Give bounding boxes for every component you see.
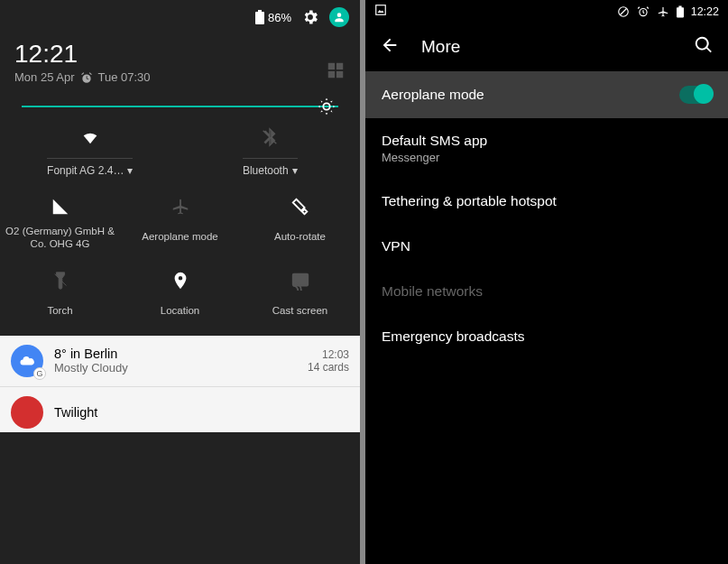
cast-tile[interactable]: Cast screen — [240, 260, 360, 332]
setting-tethering[interactable]: Tethering & portable hotspot — [365, 179, 728, 224]
bluetooth-icon — [260, 122, 280, 153]
wifi-icon — [80, 122, 100, 153]
battery-icon — [677, 5, 684, 18]
quick-tiles-row-2: Torch Location Cast screen — [0, 260, 360, 332]
brightness-thumb-icon[interactable] — [313, 93, 340, 120]
signal-icon — [2, 191, 118, 222]
battery-indicator: 86% — [255, 10, 291, 24]
clock-area: 12:21 Mon 25 Apr Tue 07:30 — [0, 34, 360, 93]
brightness-slider[interactable] — [0, 93, 360, 116]
setting-vpn[interactable]: VPN — [365, 224, 728, 269]
notification-twilight[interactable]: Twilight — [0, 387, 360, 432]
date-row[interactable]: Mon 25 Apr Tue 07:30 — [14, 70, 151, 84]
notification-weather[interactable]: G 8° in Berlin Mostly Cloudy 12:03 14 ca… — [0, 336, 360, 387]
alarm-icon — [80, 71, 93, 84]
toggle-switch[interactable] — [679, 86, 712, 104]
alarm-icon — [637, 5, 650, 18]
cellular-tile[interactable]: O2 (Germany) GmbH & Co. OHG 4G — [0, 186, 120, 260]
svg-rect-2 — [328, 71, 335, 78]
quick-tiles-row-1: O2 (Germany) GmbH & Co. OHG 4G Aeroplane… — [0, 186, 360, 260]
svg-rect-5 — [376, 5, 386, 15]
airplane-tile[interactable]: Aeroplane mode — [120, 186, 240, 260]
airplane-icon — [122, 191, 238, 222]
rotate-tile[interactable]: Auto-rotate — [240, 186, 360, 260]
no-sim-icon — [617, 5, 630, 18]
setting-emergency-broadcasts[interactable]: Emergency broadcasts — [365, 314, 728, 359]
page-title: More — [421, 37, 460, 57]
status-bar: 86% — [0, 0, 360, 34]
setting-aeroplane-mode[interactable]: Aeroplane mode — [365, 71, 728, 118]
notifications: G 8° in Berlin Mostly Cloudy 12:03 14 ca… — [0, 336, 360, 432]
setting-mobile-networks: Mobile networks — [365, 269, 728, 314]
clock-time[interactable]: 12:21 — [14, 40, 151, 69]
phone-quick-settings: 86% 12:21 Mon 25 Apr Tue 07:30 — [0, 0, 360, 564]
grid-icon[interactable] — [326, 60, 346, 84]
svg-rect-3 — [336, 71, 343, 78]
torch-tile[interactable]: Torch — [0, 260, 120, 332]
setting-default-sms[interactable]: Default SMS app Messenger — [365, 118, 728, 179]
back-icon[interactable] — [380, 35, 400, 59]
twilight-icon — [11, 396, 43, 429]
svg-rect-0 — [328, 63, 335, 69]
profile-icon[interactable] — [329, 7, 349, 27]
search-icon[interactable] — [694, 35, 714, 59]
chevron-down-icon: ▾ — [292, 164, 298, 177]
cast-icon — [242, 265, 358, 296]
quick-toggles-top: Fonpit AG 2.4… ▾ Bluetooth ▾ — [0, 116, 360, 186]
torch-icon — [2, 265, 118, 296]
svg-rect-1 — [336, 63, 343, 69]
chevron-down-icon: ▾ — [127, 164, 133, 177]
phone-settings-more: 12:22 More Aeroplane mode Default SMS ap… — [365, 0, 728, 564]
settings-gear-icon[interactable] — [300, 7, 320, 27]
picture-icon — [374, 4, 387, 19]
location-icon — [122, 265, 238, 296]
airplane-icon — [657, 5, 669, 18]
clock-time: 12:22 — [691, 5, 719, 18]
google-badge-icon: G — [33, 367, 46, 380]
location-tile[interactable]: Location — [120, 260, 240, 332]
rotate-icon — [242, 191, 358, 222]
bluetooth-tile[interactable]: Bluetooth ▾ — [180, 116, 361, 186]
weather-icon: G — [11, 345, 43, 377]
status-bar: 12:22 — [365, 0, 728, 23]
wifi-tile[interactable]: Fonpit AG 2.4… ▾ — [0, 116, 180, 186]
svg-rect-4 — [292, 273, 308, 285]
app-bar: More — [365, 23, 728, 71]
